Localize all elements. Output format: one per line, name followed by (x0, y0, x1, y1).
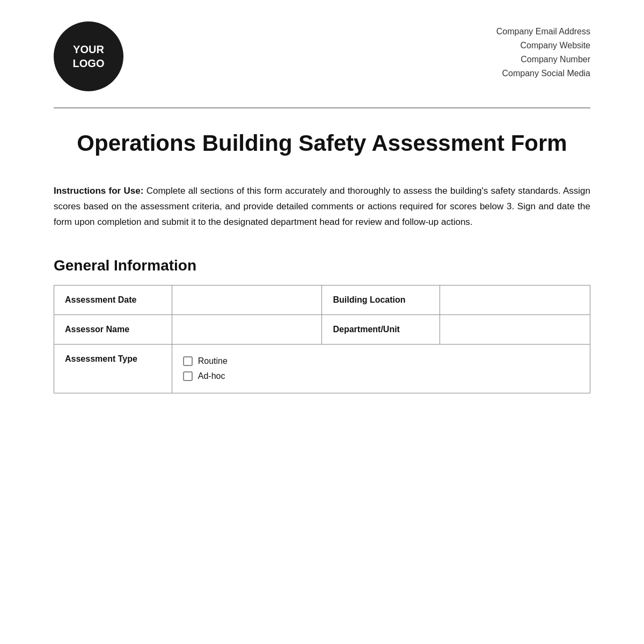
building-location-value[interactable] (440, 286, 590, 315)
company-email: Company Email Address (496, 27, 590, 36)
table-row: Assessor Name Department/Unit (54, 315, 590, 345)
company-logo: YOUR LOGO (54, 21, 123, 91)
assessment-type-options: Routine Ad-hoc (172, 345, 590, 393)
company-number: Company Number (521, 55, 590, 64)
checkbox-group: Routine Ad-hoc (183, 354, 579, 383)
assessment-date-label: Assessment Date (54, 286, 172, 315)
department-unit-value[interactable] (440, 315, 590, 345)
department-unit-label: Department/Unit (322, 315, 440, 345)
title-section: Operations Building Safety Assessment Fo… (54, 130, 590, 157)
instructions-section: Instructions for Use: Complete all secti… (54, 184, 590, 230)
building-location-label: Building Location (322, 286, 440, 315)
adhoc-checkbox[interactable] (183, 371, 193, 381)
table-row: Assessment Date Building Location (54, 286, 590, 315)
header-divider (54, 107, 590, 108)
adhoc-option[interactable]: Ad-hoc (183, 371, 579, 381)
company-social: Company Social Media (502, 69, 590, 78)
page: YOUR LOGO Company Email Address Company … (0, 0, 644, 644)
routine-checkbox[interactable] (183, 356, 193, 366)
form-title: Operations Building Safety Assessment Fo… (54, 130, 590, 157)
company-website: Company Website (521, 41, 590, 50)
general-section-title: General Information (54, 257, 590, 274)
assessment-date-value[interactable] (172, 286, 322, 315)
company-info-block: Company Email Address Company Website Co… (496, 21, 590, 78)
table-row: Assessment Type Routine Ad-hoc (54, 345, 590, 393)
routine-option[interactable]: Routine (183, 356, 579, 366)
instructions-label: Instructions for Use: (54, 186, 143, 196)
general-info-table: Assessment Date Building Location Assess… (54, 285, 590, 393)
header: YOUR LOGO Company Email Address Company … (54, 21, 590, 102)
assessor-name-value[interactable] (172, 315, 322, 345)
assessor-name-label: Assessor Name (54, 315, 172, 345)
assessment-type-label: Assessment Type (54, 345, 172, 393)
